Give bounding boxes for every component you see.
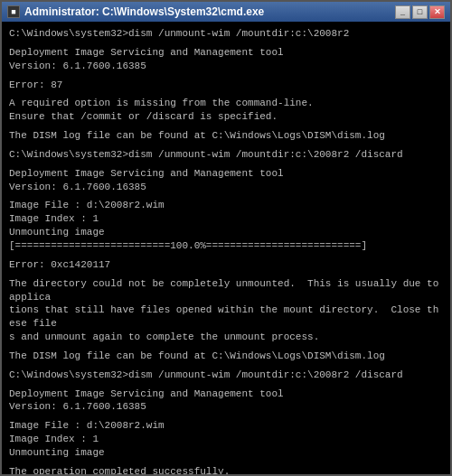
terminal-line: The operation completed successfully.: [9, 465, 443, 474]
terminal-line: Image Index : 1: [9, 212, 443, 226]
terminal-line: Version: 6.1.7600.16385: [9, 181, 443, 194]
minimize-button[interactable]: _: [395, 5, 410, 19]
terminal-line: C:\Windows\system32>dism /unmount-wim /m…: [9, 27, 443, 41]
terminal-line: A required option is missing from the co…: [9, 97, 443, 110]
terminal-line: s and unmount again to complete the unmo…: [9, 331, 443, 344]
title-bar: ■ Administrator: C:\Windows\System32\cmd…: [2, 2, 450, 22]
title-bar-left: ■ Administrator: C:\Windows\System32\cmd…: [7, 5, 264, 18]
cmd-window: ■ Administrator: C:\Windows\System32\cmd…: [0, 0, 452, 476]
terminal-line: Version: 6.1.7600.16385: [9, 60, 443, 73]
maximize-button[interactable]: □: [412, 5, 428, 19]
terminal-line: The DISM log file can be found at C:\Win…: [9, 350, 443, 363]
terminal-line: Image Index : 1: [9, 433, 443, 446]
window-title: Administrator: C:\Windows\System32\cmd.e…: [24, 5, 264, 18]
title-bar-controls: _ □ ✕: [395, 5, 445, 19]
terminal-line: Version: 6.1.7600.16385: [9, 400, 443, 414]
terminal-line: Image File : d:\2008r2.wim: [9, 199, 443, 212]
window-icon: ■: [7, 5, 20, 18]
terminal-line: Unmounting image: [9, 226, 443, 239]
terminal-line: [==========================100.0%=======…: [9, 239, 443, 253]
terminal-line: Image File : d:\2008r2.wim: [9, 419, 443, 433]
terminal-line: Deployment Image Servicing and Managemen…: [9, 167, 443, 181]
terminal-line: The directory could not be completely un…: [9, 277, 443, 304]
terminal-line: Error: 0xc1420117: [9, 258, 443, 272]
terminal-line: Error: 87: [9, 79, 443, 92]
close-button[interactable]: ✕: [429, 5, 445, 19]
terminal-line: Deployment Image Servicing and Managemen…: [9, 46, 443, 60]
terminal-line: C:\Windows\system32>dism /unmount-wim /m…: [9, 369, 443, 382]
terminal-line: The DISM log file can be found at C:\Win…: [9, 129, 443, 143]
terminal-line: Unmounting image: [9, 446, 443, 460]
terminal-line: Deployment Image Servicing and Managemen…: [9, 387, 443, 401]
terminal-output: C:\Windows\system32>dism /unmount-wim /m…: [2, 22, 450, 474]
terminal-line: tions that still have files opened withi…: [9, 303, 443, 331]
terminal-line: C:\Windows\system32>dism /unmount-wim /m…: [9, 148, 443, 162]
terminal-line: Ensure that /commit or /discard is speci…: [9, 110, 443, 124]
